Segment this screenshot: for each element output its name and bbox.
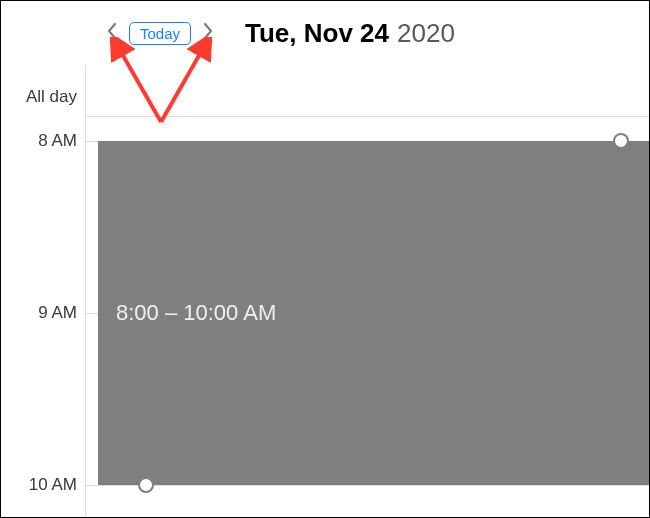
allday-label: All day [26, 87, 77, 107]
date-year: 2020 [397, 18, 455, 49]
calendar-day-view: Today Tue, Nov 24 2020 All day 8 AM 9 AM… [0, 0, 650, 518]
calendar-event[interactable]: 8:00 – 10:00 AM [98, 141, 649, 485]
date-title: Tue, Nov 24 2020 [245, 18, 455, 49]
hour-label-9am: 9 AM [38, 303, 77, 323]
prev-day-button[interactable] [101, 22, 123, 44]
calendar-body: All day 8 AM 9 AM 10 AM 8:00 – 10:00 AM [1, 65, 649, 517]
chevron-right-icon [202, 22, 214, 44]
toolbar: Today Tue, Nov 24 2020 [1, 1, 649, 65]
hour-label-10am: 10 AM [29, 475, 77, 495]
allday-row[interactable] [86, 65, 649, 117]
hour-label-8am: 8 AM [38, 131, 77, 151]
date-day: Tue, Nov 24 [245, 18, 389, 49]
hour-gridline [86, 485, 649, 486]
event-resize-handle-bottom[interactable] [138, 477, 154, 493]
time-gutter: All day 8 AM 9 AM 10 AM [1, 65, 85, 517]
event-resize-handle-top[interactable] [613, 133, 629, 149]
day-column[interactable]: 8:00 – 10:00 AM [85, 65, 649, 517]
today-button[interactable]: Today [129, 22, 191, 45]
next-day-button[interactable] [197, 22, 219, 44]
event-time-label: 8:00 – 10:00 AM [116, 300, 276, 326]
chevron-left-icon [106, 22, 118, 44]
